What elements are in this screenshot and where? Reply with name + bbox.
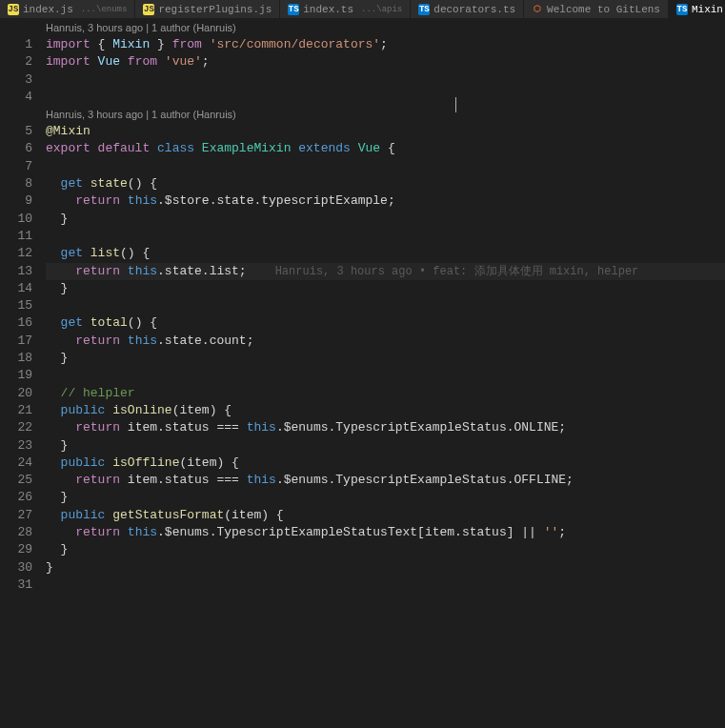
- code-line: public getStatusFormat(item) {: [46, 507, 725, 524]
- tab-decorators[interactable]: TS decorators.ts: [411, 0, 524, 18]
- line-number: 25: [0, 472, 32, 489]
- code-line-active: return this.state.list;Hanruis, 3 hours …: [46, 263, 725, 280]
- line-number: 21: [0, 402, 32, 419]
- line-number: 12: [0, 245, 32, 262]
- text-cursor: [455, 97, 456, 112]
- code-line: }: [46, 280, 725, 297]
- line-number: 14: [0, 280, 32, 297]
- js-icon: JS: [8, 4, 19, 15]
- ts-icon: TS: [288, 4, 299, 15]
- code-line: [46, 297, 725, 314]
- code-line: }: [46, 211, 725, 228]
- js-icon: JS: [143, 4, 154, 15]
- tab-bar: JS index.js ...\enums JS registerPlugins…: [0, 0, 725, 19]
- tab-label: index.ts: [303, 4, 353, 15]
- code-line: return this.state.count;: [46, 333, 725, 350]
- line-number: 31: [0, 576, 32, 594]
- code-line: public isOffline(item) {: [46, 455, 725, 472]
- ts-icon: TS: [676, 4, 688, 15]
- line-number: 5: [0, 123, 32, 140]
- code-line: return item.status === this.$enums.Types…: [46, 419, 725, 436]
- codelens-authors[interactable]: Hanruis, 3 hours ago | 1 author (Hanruis…: [46, 19, 725, 36]
- code-line: }: [46, 489, 725, 506]
- code-line: [46, 89, 725, 106]
- code-line: public isOnline(item) {: [46, 402, 725, 419]
- tab-label: registerPlugins.js: [158, 4, 272, 15]
- line-number: 28: [0, 524, 32, 541]
- line-number: 29: [0, 541, 32, 558]
- code-line: }: [46, 541, 725, 558]
- line-number: 4: [0, 89, 32, 106]
- tab-gitlens[interactable]: ⬡ Welcome to GitLens: [524, 0, 669, 18]
- tab-label: Welcome to GitLens: [547, 4, 660, 15]
- line-number: 17: [0, 333, 32, 350]
- code-line: // helpler: [46, 385, 725, 402]
- line-number: 8: [0, 175, 32, 192]
- line-number: 27: [0, 507, 32, 524]
- line-number: 19: [0, 367, 32, 384]
- editor[interactable]: 1 2 3 4 5 6 7 8 9 10 11 12 13 14 15 16 1…: [0, 19, 725, 728]
- line-number: 15: [0, 297, 32, 314]
- tab-mixin-active[interactable]: TS Mixin.ts ×: [669, 0, 725, 18]
- git-blame-inline: Hanruis, 3 hours ago • feat: 添加具体使用 mixi…: [275, 265, 639, 278]
- line-number: 20: [0, 385, 32, 402]
- code-line: return this.$store.state.typescriptExamp…: [46, 192, 725, 210]
- line-number: 2: [0, 53, 32, 71]
- code-line: }: [46, 437, 725, 455]
- code-line: return item.status === this.$enums.Types…: [46, 472, 725, 489]
- line-number: 18: [0, 350, 32, 367]
- code-line: get total() {: [46, 314, 725, 332]
- tab-label: Mixin.ts: [692, 4, 725, 15]
- line-number: 10: [0, 211, 32, 228]
- tab-label: index.js: [23, 4, 73, 15]
- line-number: 22: [0, 419, 32, 436]
- line-number: 16: [0, 314, 32, 332]
- line-number: 1: [0, 36, 32, 53]
- line-number: 26: [0, 489, 32, 506]
- line-number: 11: [0, 228, 32, 245]
- code-line: [46, 228, 725, 245]
- code-line: }: [46, 350, 725, 367]
- line-number: 9: [0, 192, 32, 210]
- tab-index-ts[interactable]: TS index.ts ...\apis: [280, 0, 411, 18]
- code-line: get list() {: [46, 245, 725, 262]
- line-number: 24: [0, 455, 32, 472]
- code-area[interactable]: Hanruis, 3 hours ago | 1 author (Hanruis…: [46, 19, 725, 728]
- code-line: import { Mixin } from 'src/common/decora…: [46, 36, 725, 53]
- tab-desc: ...\apis: [361, 5, 402, 14]
- code-line: [46, 576, 725, 594]
- line-number: 30: [0, 559, 32, 576]
- code-line: [46, 367, 725, 384]
- line-number: 3: [0, 71, 32, 89]
- gitlens-icon: ⬡: [532, 4, 543, 15]
- code-line: export default class ExampleMixin extend…: [46, 140, 725, 157]
- tab-register-plugins[interactable]: JS registerPlugins.js: [135, 0, 280, 18]
- ts-icon: TS: [418, 4, 430, 15]
- code-line: return this.$enums.TypescriptExampleStat…: [46, 524, 725, 541]
- code-line: @Mixin: [46, 123, 725, 140]
- code-line: get state() {: [46, 175, 725, 192]
- tab-label: decorators.ts: [433, 4, 515, 15]
- code-line: [46, 158, 725, 175]
- line-number-gutter: 1 2 3 4 5 6 7 8 9 10 11 12 13 14 15 16 1…: [0, 19, 46, 728]
- line-number: 23: [0, 437, 32, 455]
- line-number: 7: [0, 158, 32, 175]
- tab-desc: ...\enums: [81, 5, 128, 14]
- codelens-authors[interactable]: Hanruis, 3 hours ago | 1 author (Hanruis…: [46, 106, 725, 123]
- code-line: }: [46, 559, 725, 576]
- line-number: 13: [0, 263, 32, 280]
- tab-index-js[interactable]: JS index.js ...\enums: [0, 0, 135, 18]
- code-line: import Vue from 'vue';: [46, 53, 725, 71]
- line-number: 6: [0, 140, 32, 157]
- code-line: [46, 71, 725, 89]
